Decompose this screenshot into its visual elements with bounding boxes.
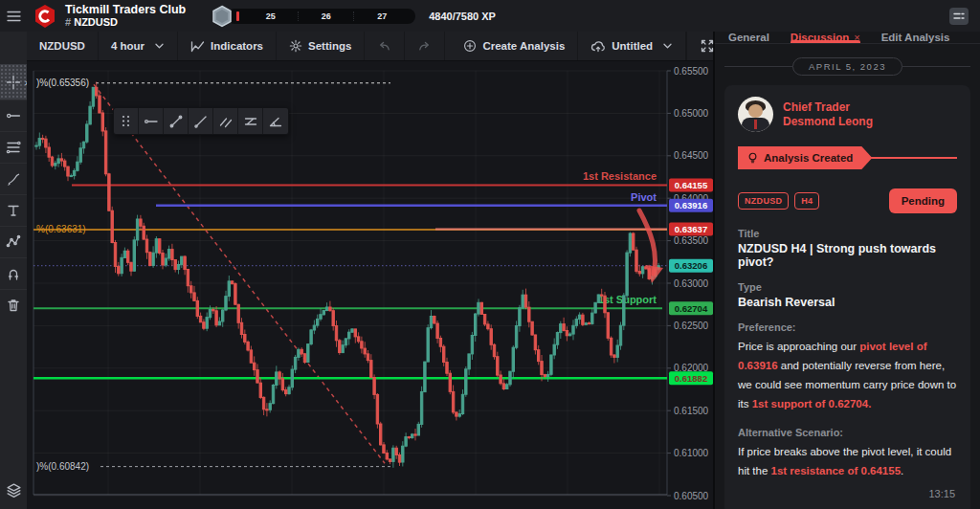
create-analysis-button[interactable]: Create Analysis (451, 32, 578, 60)
svg-text:0.61000: 0.61000 (674, 448, 709, 458)
svg-text:0.63637: 0.63637 (675, 224, 707, 234)
top-bar: Tickmill Traders Club # NZDUSD 25 26 27 … (0, 0, 980, 32)
svg-text:0.62500: 0.62500 (674, 321, 709, 331)
analysis-card: Chief Trader Desmond Leong Analysis Crea… (724, 85, 970, 509)
svg-text:0.63206: 0.63206 (675, 260, 707, 271)
text-tool[interactable] (0, 194, 27, 226)
svg-text:%(0.63631): %(0.63631) (36, 224, 86, 234)
fib-retracement-tool[interactable] (0, 131, 27, 163)
cloud-upload-icon (590, 39, 606, 53)
avatar (738, 97, 773, 132)
redo-button[interactable] (405, 32, 445, 60)
date-separator: APRIL 5, 2023 (724, 57, 970, 76)
xp-bar: 25 26 27 (227, 9, 415, 24)
svg-text:0.63916: 0.63916 (675, 200, 707, 210)
xp-progress: 25 26 27 4840/7580 XP (211, 5, 496, 28)
line-chart-icon (190, 40, 205, 53)
redo-icon (417, 39, 432, 53)
preference-label: Preference: (738, 321, 957, 333)
app-title: Tickmill Traders Club (65, 3, 186, 16)
settings-button[interactable]: Settings (277, 32, 365, 60)
svg-text:Pivot: Pivot (631, 191, 657, 203)
analysis-type: Bearish Reversal (738, 296, 957, 309)
svg-text:0.63500: 0.63500 (674, 235, 709, 246)
level-segment-26: 26 (299, 11, 354, 21)
timeframe-tag: H4 (794, 192, 819, 210)
preference-text: Price is approaching our pivot level of … (738, 337, 957, 414)
symbol-name: NZDUSD (74, 16, 118, 28)
xabcd-pattern-tool[interactable] (0, 226, 27, 257)
undo-icon (377, 39, 391, 53)
symbol-hash: # (65, 16, 71, 28)
horizontal-line-tool-button[interactable] (139, 108, 164, 134)
status-badge: Pending (889, 188, 957, 213)
level-hexagon-icon (211, 5, 234, 28)
panel-toggle-icon[interactable] (949, 8, 969, 25)
level-segment-27: 27 (354, 11, 410, 21)
drawing-floating-toolbar (113, 107, 289, 135)
save-dropdown[interactable]: Untitled (578, 32, 686, 60)
hamburger-menu-icon[interactable] (0, 0, 27, 32)
svg-text:1st Resistance: 1st Resistance (583, 170, 657, 182)
lightbulb-icon (746, 151, 759, 165)
svg-text:0.60500: 0.60500 (674, 491, 709, 501)
svg-text:0.61500: 0.61500 (674, 406, 709, 416)
trend-line-tool[interactable] (0, 100, 27, 131)
svg-text:0.62704: 0.62704 (675, 303, 708, 314)
analysis-panel: General Discussion × Edit Analysis APRIL… (715, 32, 980, 509)
svg-text:0.64155: 0.64155 (675, 180, 708, 190)
svg-text:0.63000: 0.63000 (674, 278, 709, 289)
crosshair-tool[interactable]: › (0, 64, 27, 100)
tickmill-logo (33, 4, 57, 29)
chart-canvas[interactable]: 0.655000.650000.645000.640000.635000.630… (27, 61, 713, 509)
symbol-button[interactable]: NZDUSD (27, 32, 99, 60)
svg-text:)%(0.65356): )%(0.65356) (36, 77, 89, 88)
svg-text:0.65000: 0.65000 (674, 108, 709, 119)
ray-tool-button[interactable] (189, 108, 213, 134)
author-role: Chief Trader (783, 100, 873, 115)
flat-channel-tool-button[interactable] (238, 108, 263, 134)
message-timestamp: 13:15 (738, 480, 957, 505)
symbol-tag: NZDUSD (738, 192, 789, 210)
svg-text:0.64500: 0.64500 (674, 150, 709, 161)
drag-handle[interactable] (114, 108, 139, 134)
xp-progress-tick (236, 11, 239, 21)
tab-general[interactable]: General (728, 32, 769, 43)
chevron-down-icon (154, 42, 165, 50)
delete-drawings-tool[interactable] (0, 289, 27, 321)
analysis-title: NZDUSD H4 | Strong push towards pivot? (738, 242, 957, 269)
plus-circle-icon (463, 39, 477, 53)
panel-tabs: General Discussion × Edit Analysis (715, 32, 980, 44)
date-pill: APRIL 5, 2023 (792, 57, 902, 76)
level-segment-25: 25 (243, 11, 299, 21)
fullscreen-icon (700, 38, 715, 54)
type-label: Type (738, 281, 957, 293)
angle-tool-button[interactable] (263, 108, 288, 134)
parallel-channel-tool-button[interactable] (213, 108, 238, 134)
undo-button[interactable] (365, 32, 405, 60)
close-tab-icon[interactable]: × (854, 32, 859, 43)
timeframe-dropdown[interactable]: 4 hour (99, 32, 178, 60)
tab-edit-analysis[interactable]: Edit Analysis (881, 32, 950, 43)
author-name: Desmond Leong (783, 115, 873, 129)
chart-toolbar: NZDUSD 4 hour Indicators Settings Cre (27, 32, 713, 61)
brush-tool[interactable] (0, 163, 27, 194)
drawing-tools-sidebar: › (0, 32, 27, 509)
trend-line-tool-button[interactable] (164, 108, 189, 134)
svg-text:0.61882: 0.61882 (675, 373, 707, 384)
magnet-tool[interactable] (0, 257, 27, 289)
chevron-down-icon (662, 42, 673, 50)
indicators-button[interactable]: Indicators (178, 32, 277, 60)
gear-icon (289, 39, 302, 53)
title-label: Title (738, 228, 957, 239)
alternative-label: Alternative Scenario: (738, 427, 957, 438)
analysis-created-ribbon: Analysis Created (738, 146, 957, 169)
tab-discussion[interactable]: Discussion × (791, 32, 860, 43)
xp-counter: 4840/7580 XP (429, 11, 496, 22)
layers-icon[interactable] (0, 471, 27, 509)
alternative-text: If price breaks above the pivot level, i… (738, 442, 957, 480)
svg-text:0.65500: 0.65500 (674, 66, 709, 77)
svg-text:)%(0.60842): )%(0.60842) (36, 461, 89, 472)
